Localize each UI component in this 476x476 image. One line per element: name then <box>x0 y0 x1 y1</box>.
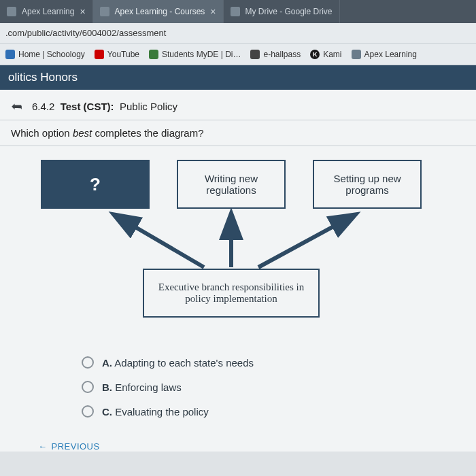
url-text: .com/public/activity/6004002/assessment <box>5 28 166 38</box>
answer-option-a[interactable]: A. Adapting to each state's needs <box>82 350 476 375</box>
radio-icon[interactable] <box>82 405 94 418</box>
answer-option-c[interactable]: C. Evaluating the policy <box>82 399 476 424</box>
kami-icon: K <box>310 50 320 59</box>
radio-icon[interactable] <box>82 381 94 393</box>
previous-button[interactable]: ← PREVIOUS <box>0 430 476 452</box>
tab-google-drive[interactable]: My Drive - Google Drive <box>224 0 340 23</box>
bookmark-label: Apex Learning <box>364 50 417 59</box>
test-title: 6.4.2 Test (CST): Public Policy <box>32 101 177 112</box>
apex-icon <box>352 50 361 59</box>
schoology-icon <box>5 50 15 59</box>
tab-apex-learning[interactable]: Apex Learning × <box>0 0 93 23</box>
test-subject: Public Policy <box>120 101 177 112</box>
bookmark-label: YouTube <box>107 50 139 59</box>
answer-options: A. Adapting to each state's needs B. Enf… <box>0 337 476 430</box>
bookmarks-bar: Home | Schoology YouTube Students MyDE |… <box>0 44 476 65</box>
arrow-left-icon: ← <box>38 441 48 452</box>
tab-label: Apex Learning <box>22 7 74 16</box>
diagram-arrows <box>41 160 422 330</box>
answer-label: C. Evaluating the policy <box>102 406 209 418</box>
tab-apex-courses[interactable]: Apex Learning - Courses × <box>93 0 224 23</box>
question-text: Which option best completes the diagram? <box>0 120 476 146</box>
close-icon[interactable]: × <box>80 6 85 17</box>
diagram: ? Writing new regulations Setting up new… <box>41 160 422 330</box>
answer-label: B. Enforcing laws <box>102 381 182 393</box>
favicon-icon <box>231 7 240 16</box>
browser-tabs: Apex Learning × Apex Learning - Courses … <box>0 0 476 23</box>
answer-label: A. Adapting to each state's needs <box>102 357 254 369</box>
bookmark-apex[interactable]: Apex Learning <box>352 50 417 59</box>
svg-line-0 <box>116 216 204 267</box>
course-header: olitics Honors <box>0 65 476 90</box>
bookmark-youtube[interactable]: YouTube <box>95 50 139 59</box>
course-title: olitics Honors <box>8 71 78 84</box>
svg-line-2 <box>258 216 354 267</box>
radio-icon[interactable] <box>82 356 94 369</box>
address-bar[interactable]: .com/public/activity/6004002/assessment <box>0 23 476 44</box>
favicon-icon <box>100 7 109 16</box>
bookmark-kami[interactable]: K Kami <box>310 50 341 59</box>
close-icon[interactable]: × <box>210 6 216 17</box>
bookmark-myde[interactable]: Students MyDE | Di… <box>149 50 241 59</box>
previous-label: PREVIOUS <box>52 441 100 452</box>
back-arrow-icon[interactable]: ➦ <box>11 98 22 114</box>
tab-label: Apex Learning - Courses <box>115 7 205 16</box>
favicon-icon <box>7 7 16 16</box>
tab-label: My Drive - Google Drive <box>245 7 333 16</box>
myde-icon <box>149 50 158 59</box>
answer-option-b[interactable]: B. Enforcing laws <box>82 375 476 399</box>
test-header: ➦ 6.4.2 Test (CST): Public Policy <box>0 90 476 120</box>
bookmark-label: Home | Schoology <box>18 50 85 59</box>
youtube-icon <box>95 50 104 59</box>
bookmark-ehallpass[interactable]: e-hallpass <box>250 50 301 59</box>
bookmark-label: Kami <box>323 50 341 59</box>
bookmark-schoology[interactable]: Home | Schoology <box>5 50 85 59</box>
content-area: ➦ 6.4.2 Test (CST): Public Policy Which … <box>0 90 476 452</box>
bookmark-label: e-hallpass <box>263 50 301 59</box>
test-label: Test (CST): <box>61 101 114 112</box>
ehallpass-icon <box>250 50 260 59</box>
bookmark-label: Students MyDE | Di… <box>162 50 241 59</box>
test-number: 6.4.2 <box>32 101 54 112</box>
